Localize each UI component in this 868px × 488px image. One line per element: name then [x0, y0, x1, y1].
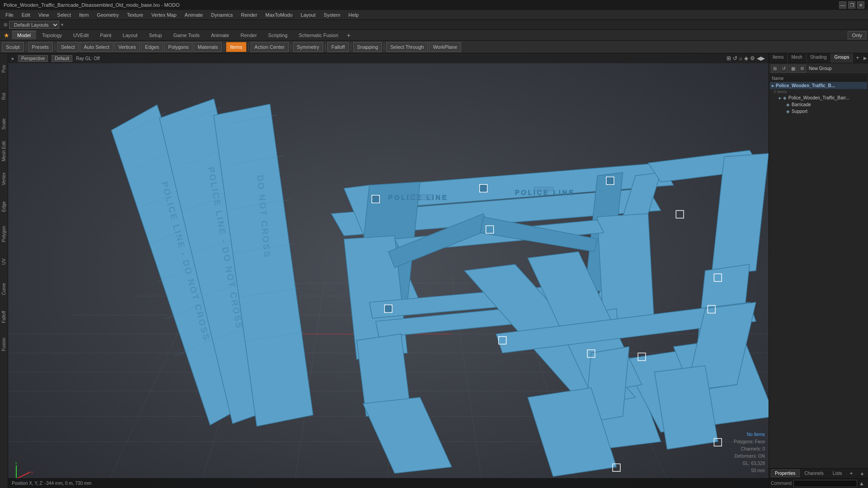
polygons-button[interactable]: Polygons	[164, 42, 193, 52]
close-button[interactable]: ✕	[857, 1, 864, 9]
menubar: FileEditViewSelectItemGeometryTextureVer…	[0, 10, 868, 20]
rpanel-tab-items[interactable]: Items	[769, 53, 788, 63]
svg-rect-83	[534, 187, 553, 191]
tab-animate[interactable]: Animate	[206, 31, 235, 39]
rpanel-tab-groups[interactable]: Groups	[831, 53, 854, 63]
toolbar: SculptPresetsSelectAuto SelectVerticesEd…	[0, 41, 868, 53]
tree-item-0[interactable]: ▸ ◈ Police_Wooden_Traffic_Barr...	[770, 94, 867, 101]
menu-item-dynamics[interactable]: Dynamics	[208, 11, 236, 19]
action-center-button[interactable]: Action Center	[250, 42, 289, 52]
sculpt-button[interactable]: Sculpt	[2, 42, 24, 52]
sidebar-tab-curve[interactable]: Curve	[0, 276, 7, 303]
menu-item-maxtomodo[interactable]: MaxToModo	[262, 11, 296, 19]
tab-uvedit[interactable]: UVEdit	[68, 31, 94, 39]
menu-item-help[interactable]: Help	[345, 11, 363, 19]
svg-text:X: X	[31, 470, 33, 474]
menu-item-render[interactable]: Render	[237, 11, 261, 19]
snapping-button[interactable]: Snapping	[353, 42, 382, 52]
menu-item-animate[interactable]: Animate	[181, 11, 206, 19]
sidebar-tab-uv[interactable]: UV	[0, 248, 7, 275]
viewport-arrow[interactable]: ▸	[12, 56, 14, 61]
menu-item-system[interactable]: System	[320, 11, 344, 19]
minimize-button[interactable]: —	[839, 1, 846, 9]
sidebar-tab-scale[interactable]: Scale	[0, 110, 7, 137]
select-through-button[interactable]: Select Through	[386, 42, 428, 52]
shading-button[interactable]: Default	[52, 55, 72, 62]
main-area: PosRotScaleMesh EditVertexEdgePolygonUVC…	[0, 53, 868, 488]
rpt-icon2[interactable]: ↺	[780, 65, 788, 73]
tab-render[interactable]: Render	[235, 31, 262, 39]
rpanel-tab-mesh[interactable]: Mesh	[788, 53, 806, 63]
tree-item-1[interactable]: ◈ Barricade	[770, 101, 867, 108]
sidebar-tab-vertex[interactable]: Vertex	[0, 165, 7, 192]
sidebar-tab-fusion[interactable]: Fusion	[0, 331, 7, 358]
tree-col-name: Name	[772, 76, 784, 81]
refresh-icon[interactable]: ↺	[733, 55, 737, 61]
expand-icon[interactable]: ▲	[857, 480, 866, 487]
tab-game-tools[interactable]: Game Tools	[168, 31, 205, 39]
sidebar-tab-pos[interactable]: Pos	[0, 55, 7, 82]
workplane-button[interactable]: WorkPlane	[429, 42, 462, 52]
tree-item-2[interactable]: ◈ Support	[770, 108, 867, 115]
render-icon[interactable]: ◈	[744, 55, 748, 61]
menu-item-edit[interactable]: Edit	[18, 11, 34, 19]
svg-rect-82	[407, 195, 433, 200]
auto-select-button[interactable]: Auto Select	[80, 42, 113, 52]
sidebar-tab-rot[interactable]: Rot	[0, 83, 7, 110]
camera-button[interactable]: Perspective	[18, 55, 48, 62]
rpt-icon4[interactable]: ⚙	[798, 65, 806, 73]
tab-model[interactable]: Model	[12, 31, 36, 39]
command-input[interactable]	[793, 480, 857, 487]
layout-dropdown[interactable]: Default Layouts	[9, 21, 59, 29]
command-label: Command	[771, 481, 792, 486]
search-icon[interactable]: ⌕	[739, 55, 742, 61]
tab-scripting[interactable]: Scripting	[263, 31, 293, 39]
bottom-tab-properties[interactable]: Properties	[771, 469, 800, 477]
bottom-tab-lists[interactable]: Lists	[829, 469, 846, 477]
rpanel-expand-icon[interactable]: ▶	[863, 56, 867, 61]
tree-group-item[interactable]: ▸ Police_Wooden_Traffic_B...	[770, 82, 867, 89]
rpt-icon1[interactable]: ⊞	[771, 65, 779, 73]
sidebar-tab-mesh-edit[interactable]: Mesh Edit	[0, 138, 7, 165]
sidebar-tab-falloff[interactable]: Falloff	[0, 303, 7, 330]
rpanel-tab-shading[interactable]: Shading	[807, 53, 831, 63]
tab-setup[interactable]: Setup	[143, 31, 167, 39]
sidebar-tab-polygon[interactable]: Polygon	[0, 221, 7, 248]
symmetry-button[interactable]: Symmetry	[293, 42, 324, 52]
menu-item-layout[interactable]: Layout	[297, 11, 319, 19]
favorites-icon[interactable]: ★	[2, 32, 11, 39]
expand-icon[interactable]: ◀▶	[757, 55, 765, 61]
menu-item-view[interactable]: View	[35, 11, 53, 19]
falloff-button[interactable]: Falloff	[327, 42, 349, 52]
sidebar-tab-edge[interactable]: Edge	[0, 193, 7, 220]
viewport-3d[interactable]: ▸ Perspective Default Ray GL: Off ⊞ ↺ ⌕ …	[8, 53, 769, 488]
titlebar-controls[interactable]: — ❐ ✕	[839, 1, 864, 9]
add-tab-button[interactable]: +	[344, 32, 353, 39]
vertices-button[interactable]: Vertices	[114, 42, 140, 52]
bottom-tab-add[interactable]: +	[847, 469, 855, 478]
menu-item-vertex-map[interactable]: Vertex Map	[148, 11, 180, 19]
rpanel-add-tab[interactable]: +	[853, 53, 862, 63]
edges-button[interactable]: Edges	[141, 42, 163, 52]
tab-layout[interactable]: Layout	[117, 31, 143, 39]
menu-item-select[interactable]: Select	[53, 11, 75, 19]
tab-paint[interactable]: Paint	[94, 31, 117, 39]
grid-icon[interactable]: ⊞	[726, 55, 731, 61]
bottom-panel-expand[interactable]: ▲	[858, 470, 866, 477]
select-dropdown[interactable]: Select	[57, 42, 79, 52]
rpt-icon3[interactable]: ▦	[789, 65, 797, 73]
presets-button[interactable]: Presets	[28, 42, 53, 52]
menu-item-file[interactable]: File	[2, 11, 17, 19]
maximize-button[interactable]: ❐	[848, 1, 855, 9]
items-button[interactable]: Items	[226, 42, 246, 52]
materials-button[interactable]: Materials	[193, 42, 222, 52]
menu-item-texture[interactable]: Texture	[123, 11, 147, 19]
tab-topology[interactable]: Topology	[37, 31, 67, 39]
tab-schematic-fusion[interactable]: Schematic Fusion	[293, 31, 344, 39]
svg-text:Y: Y	[15, 461, 18, 465]
bottom-tab-channels[interactable]: Channels	[801, 469, 828, 477]
menu-item-geometry[interactable]: Geometry	[93, 11, 122, 19]
settings-icon[interactable]: ⚙	[750, 55, 755, 61]
menu-item-item[interactable]: Item	[75, 11, 92, 19]
only-button[interactable]: Only	[848, 31, 866, 39]
